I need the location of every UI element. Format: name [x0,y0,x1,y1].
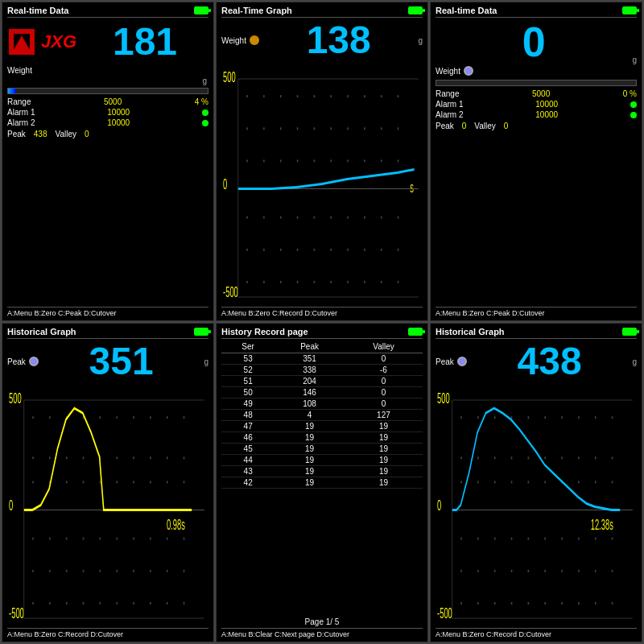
svg-rect-122 [100,570,101,572]
svg-rect-57 [347,249,349,251]
table-cell: 146 [275,387,345,398]
table-cell: 19 [345,421,423,432]
svg-rect-110 [66,538,68,540]
table-header: Ser Peak Valley [221,341,423,353]
svg-rect-64 [297,281,299,283]
svg-rect-107 [184,481,185,483]
panel-title-5: History Record page [221,327,308,336]
svg-rect-84 [133,416,134,419]
table-cell: 19 [275,421,345,432]
svg-rect-173 [578,481,580,483]
svg-rect-175 [612,481,613,483]
svg-rect-116 [167,538,168,540]
weight-circle-2 [250,35,259,45]
panel-header-4: Historical Graph [7,327,208,339]
table-row: 441919 [221,455,423,466]
svg-rect-96 [167,456,168,459]
svg-rect-31 [246,159,248,162]
panel-title-3: Real-time Data [436,6,497,15]
svg-rect-191 [544,570,546,572]
svg-rect-147 [477,416,479,419]
table-cell: 42 [221,477,275,489]
unit-g-1: g [7,76,207,85]
alarm2-dot-3 [630,112,637,118]
svg-rect-115 [150,538,151,540]
svg-rect-162 [561,456,563,459]
panel-history-table: History Record page Ser Peak Valley 5335… [216,323,428,642]
table-row: 451919 [221,444,423,455]
svg-text:500: 500 [437,390,450,407]
range-row-1: Range 5000 4 % [7,97,208,106]
svg-rect-104 [133,481,134,483]
svg-rect-181 [544,538,546,540]
svg-rect-130 [66,602,68,605]
weight-circle-3 [464,66,473,76]
svg-text:s: s [410,179,414,195]
weight-label-3: Weight [436,66,637,76]
svg-rect-43 [280,217,282,219]
svg-rect-105 [150,481,151,483]
svg-rect-16 [330,95,332,97]
table-cell: 53 [221,353,275,365]
svg-rect-15 [314,95,316,97]
svg-text:0: 0 [9,497,13,513]
panel-hist-graph-6: Historical Graph Peak 438 g 500 0 -500 [430,323,642,642]
table-cell: 19 [345,444,423,455]
svg-rect-124 [133,570,134,572]
panel-header-1: Real-time Data [7,6,208,18]
svg-rect-33 [280,159,282,162]
svg-rect-201 [544,602,546,605]
value-row-4: Peak 351 g [7,341,208,382]
svg-rect-28 [364,127,365,130]
table-cell: 0 [345,353,423,365]
svg-rect-113 [116,538,118,540]
svg-rect-25 [314,127,316,130]
svg-rect-34 [297,159,299,162]
svg-rect-66 [330,281,332,283]
table-cell: 44 [221,455,275,466]
table-cell: 19 [275,455,345,466]
svg-rect-205 [612,602,613,605]
table-row: 52338-6 [221,365,423,376]
panel-rt-graph: Real-Time Graph Weight 138 g // Draw dot… [216,2,428,321]
table-cell: 0 [345,398,423,410]
svg-rect-30 [398,127,399,130]
svg-rect-90 [66,456,68,459]
svg-rect-61 [246,281,248,283]
panel-header-2: Real-Time Graph [221,6,423,18]
svg-rect-37 [347,159,349,162]
svg-rect-63 [280,281,282,283]
panel-header-6: Historical Graph [436,327,637,339]
svg-rect-20 [398,95,399,97]
value-row-2: Weight 138 g [221,19,423,61]
table-cell: 127 [345,410,423,421]
svg-rect-17 [347,95,349,97]
svg-rect-155 [612,416,613,419]
svg-rect-89 [49,456,51,459]
svg-rect-118 [32,570,34,572]
svg-rect-189 [511,570,513,572]
svg-rect-178 [494,538,496,540]
svg-rect-68 [364,281,365,283]
big-value-3: 0 [436,21,632,63]
table-cell: 19 [345,466,423,477]
svg-rect-40 [398,159,399,162]
table-cell: 338 [275,365,345,376]
table-row: 501460 [221,387,423,398]
weight-label-2: Weight [221,35,259,45]
table-cell: 19 [345,477,423,489]
peak-valley-3: Peak 0 Valley 0 [436,122,637,130]
bottom-menu-4: A:Menu B:Zero C:Record D:Cutover [7,628,208,638]
svg-rect-49 [381,217,382,219]
svg-rect-42 [263,217,265,219]
table-cell: 0 [345,376,423,387]
svg-rect-108 [32,538,34,540]
svg-rect-128 [32,602,34,605]
svg-rect-171 [544,481,546,483]
svg-rect-169 [511,481,513,483]
range-row-3: Range 5000 0 % [436,89,637,98]
svg-rect-111 [83,538,85,540]
svg-rect-167 [477,481,479,483]
svg-rect-47 [347,217,349,219]
table-cell: 48 [221,410,275,421]
